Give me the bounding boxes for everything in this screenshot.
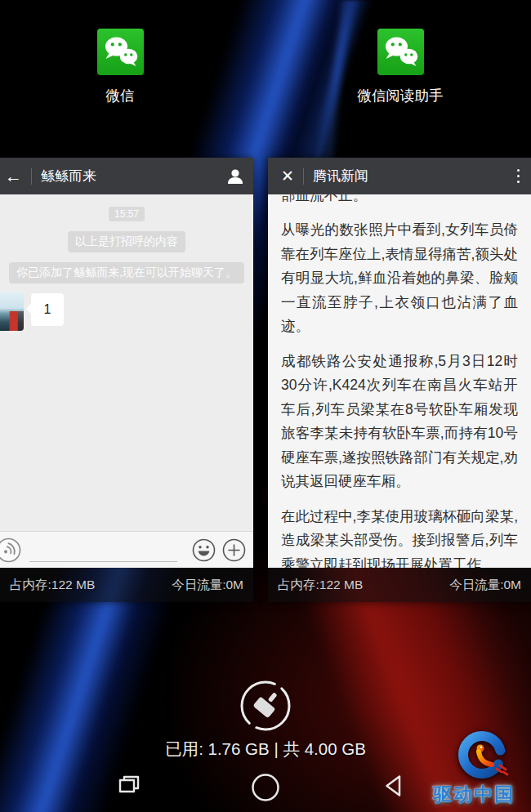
- wechat-icon: [377, 29, 424, 75]
- app-shortcut-wechat[interactable]: 微信: [75, 29, 165, 105]
- contact-icon[interactable]: [225, 167, 245, 186]
- chat-body: 15:57 以上是打招呼的内容 你已添加了鲧鲧而来,现在可以开始聊天了。 1: [0, 194, 253, 531]
- back-icon[interactable]: ←: [5, 167, 22, 185]
- news-status-bar: 占内存:122 MB 今日流量:0M: [268, 568, 531, 602]
- wechat-status-bar: 占内存:122 MB 今日流量:0M: [0, 568, 253, 602]
- news-title: 腾讯新闻: [313, 167, 368, 185]
- watermark-logo-icon: [454, 728, 511, 785]
- close-icon[interactable]: ✕: [281, 168, 294, 184]
- chat-title: 鲧鲧而来: [41, 167, 96, 185]
- chat-timestamp: 15:57: [109, 207, 145, 221]
- clipped-text-line: 部血流不止。: [281, 194, 518, 207]
- incoming-message-bubble[interactable]: 1: [31, 293, 64, 326]
- recents-icon[interactable]: [116, 773, 142, 799]
- article-paragraph: 从曝光的数张照片中看到,女列车员倚靠在列车座位上,表情显得痛苦,额头处有明显大坑…: [281, 218, 518, 339]
- recent-card-tencent-news[interactable]: ✕ 腾讯新闻 部血流不止。 从曝光的数张照片中看到,女列车员倚靠在列车座位上,表…: [268, 158, 531, 602]
- back-nav-icon[interactable]: [381, 773, 407, 799]
- broom-icon: [252, 687, 283, 718]
- app-shortcut-wechat-reading[interactable]: 微信阅读助手: [327, 29, 474, 105]
- news-header: ✕ 腾讯新闻: [268, 158, 531, 194]
- watermark-text: 驱动中国: [433, 782, 515, 807]
- traffic-usage: 今日流量:0M: [449, 577, 521, 594]
- memory-usage: 占内存:122 MB: [278, 577, 363, 594]
- header-divider: [31, 168, 32, 185]
- article-paragraph: 在此过程中,李某使用玻璃杯砸向梁某,造成梁某头部受伤。接到报警后,列车乘警立即赶…: [281, 505, 518, 569]
- system-message: 你已添加了鲧鲧而来,现在可以开始聊天了。: [9, 262, 244, 283]
- traffic-usage: 今日流量:0M: [172, 577, 243, 594]
- voice-input-icon[interactable]: [0, 538, 21, 563]
- app-shortcut-label: 微信阅读助手: [358, 86, 444, 105]
- memory-usage: 占内存:122 MB: [10, 577, 95, 594]
- app-shortcut-label: 微信: [106, 86, 135, 105]
- message-input[interactable]: [29, 561, 177, 562]
- memory-summary: 已用: 1.76 GB | 共 4.00 GB: [0, 738, 531, 761]
- system-message: 以上是打招呼的内容: [68, 231, 185, 252]
- menu-dots-icon[interactable]: [512, 166, 525, 187]
- wechat-icon: [97, 29, 144, 75]
- clear-all-button[interactable]: [239, 680, 292, 732]
- chat-input-bar: [0, 531, 253, 568]
- recent-card-wechat[interactable]: ← 鲧鲧而来 15:57 以上是打招呼的内容 你已添加了鲧鲧而来,现在可以开始聊…: [0, 158, 253, 602]
- news-article[interactable]: 部血流不止。 从曝光的数张照片中看到,女列车员倚靠在列车座位上,表情显得痛苦,额…: [268, 194, 531, 568]
- contact-avatar[interactable]: [0, 292, 24, 331]
- article-paragraph: 成都铁路公安处通报称,5月3日12时30分许,K424次列车在南昌火车站开车后,…: [281, 350, 518, 494]
- wechat-header: ← 鲧鲧而来: [0, 158, 253, 194]
- plus-icon[interactable]: [222, 538, 246, 562]
- header-divider: [303, 168, 304, 185]
- emoji-icon[interactable]: [192, 538, 216, 562]
- home-icon[interactable]: [251, 773, 280, 802]
- message-row: 1: [0, 292, 253, 331]
